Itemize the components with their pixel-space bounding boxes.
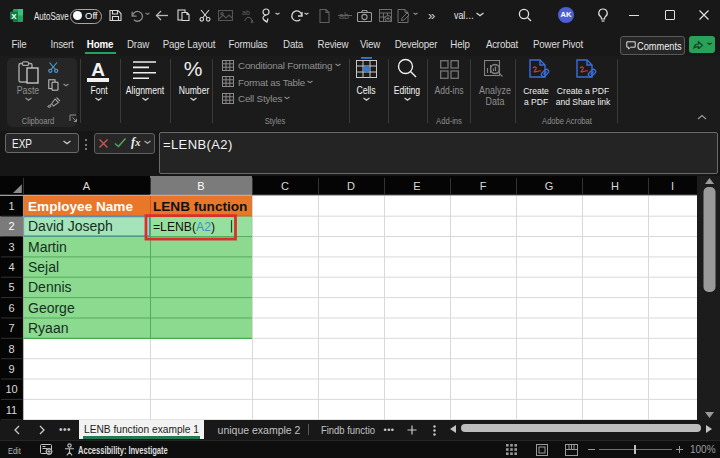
svg-text:I: I [671,180,674,192]
svg-text:G: G [545,180,554,192]
svg-text:F: F [480,180,487,192]
svg-text:=LENB(A2): =LENB(A2) [153,220,215,234]
svg-text:2: 2 [8,220,14,232]
svg-text:X: X [11,12,17,21]
svg-text:4: 4 [8,261,14,273]
svg-text:A: A [83,180,91,192]
svg-text:E: E [413,180,420,192]
svg-text:7: 7 [8,322,14,334]
svg-text:David Joseph: David Joseph [28,218,113,234]
svg-text:Ryaan: Ryaan [28,320,68,336]
svg-text:5: 5 [8,281,14,293]
svg-text:Sejal: Sejal [28,259,59,275]
svg-text:3: 3 [8,241,14,253]
svg-text:Martin: Martin [28,239,67,255]
svg-text:9: 9 [8,363,14,375]
svg-text:C: C [281,180,289,192]
svg-text:D: D [347,180,355,192]
svg-text:Dennis: Dennis [28,279,72,295]
svg-text:B: B [197,180,204,192]
svg-text:George: George [28,300,75,316]
svg-text:10: 10 [5,383,17,395]
svg-text:H: H [611,180,619,192]
svg-text:1: 1 [8,200,14,212]
svg-text:6: 6 [8,302,14,314]
svg-text:8: 8 [8,343,14,355]
svg-text:ab: ab [242,9,250,16]
svg-text:LENB function: LENB function [153,199,247,214]
svg-text:11: 11 [6,404,17,416]
svg-text:Employee Name: Employee Name [28,199,133,214]
